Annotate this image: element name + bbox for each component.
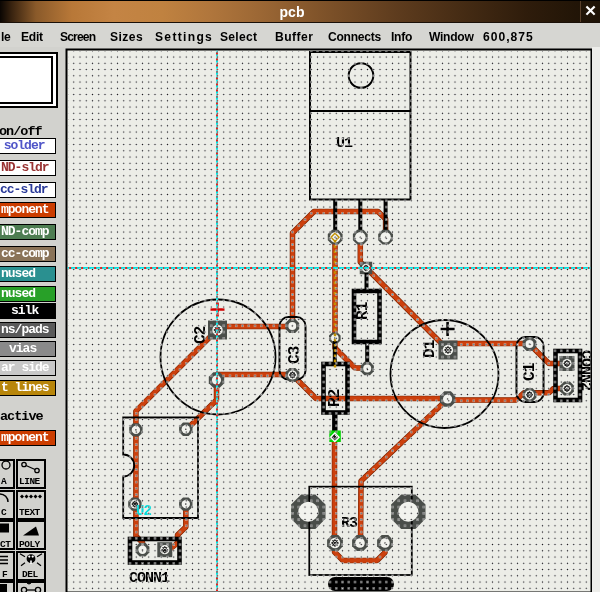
svg-text:CT: CT: [0, 539, 11, 550]
svg-text:R2: R2: [326, 389, 344, 407]
svg-text:C2: C2: [192, 326, 210, 344]
svg-text:C1: C1: [521, 363, 539, 381]
svg-text:POLY: POLY: [19, 539, 41, 550]
svg-text:A: A: [1, 476, 7, 487]
svg-text:C3: C3: [286, 346, 304, 364]
svg-text:R3: R3: [341, 515, 358, 532]
svg-text:CONN1: CONN1: [129, 570, 170, 587]
svg-text:F: F: [2, 569, 8, 580]
svg-text:R1: R1: [354, 302, 372, 320]
svg-text:LINE: LINE: [19, 476, 41, 487]
svg-text:C: C: [1, 507, 7, 518]
svg-text:D1: D1: [421, 340, 439, 358]
svg-text:U2: U2: [136, 503, 151, 519]
svg-text:TEXT: TEXT: [19, 507, 41, 518]
svg-text:DEL: DEL: [22, 569, 38, 580]
svg-text:U1: U1: [336, 135, 353, 152]
